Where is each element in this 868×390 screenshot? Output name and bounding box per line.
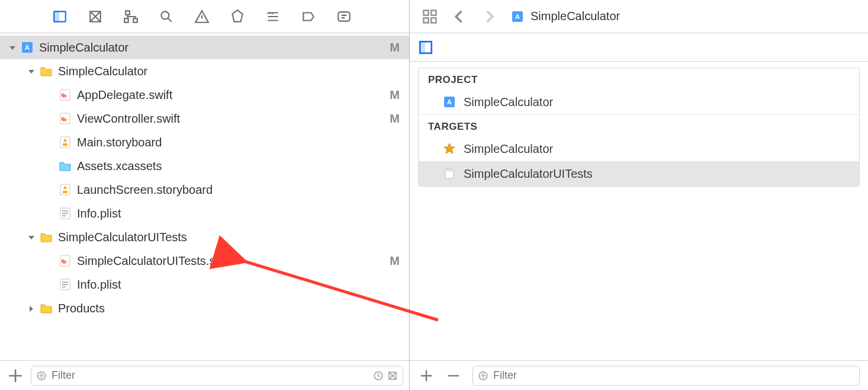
uitest-icon xyxy=(442,167,456,181)
tree-row-label: AppDelegate.swift xyxy=(77,88,385,102)
tree-row-label: Products xyxy=(58,302,400,315)
disclosure-triangle-icon[interactable] xyxy=(26,302,37,315)
targets-section-header: TARGETS xyxy=(419,115,859,136)
add-button[interactable] xyxy=(6,366,25,385)
svg-rect-7 xyxy=(338,12,350,21)
go-back-icon[interactable] xyxy=(451,8,468,25)
project-icon: A xyxy=(442,95,456,109)
breadcrumb-label: SimpleCalculator xyxy=(531,9,620,23)
folder-icon xyxy=(39,301,53,315)
svg-rect-35 xyxy=(445,169,454,171)
tree-row[interactable]: Products xyxy=(0,296,409,320)
debug-navigator-icon[interactable] xyxy=(264,8,282,25)
issue-navigator-icon[interactable] xyxy=(193,8,211,25)
svg-rect-17 xyxy=(63,191,67,193)
tree-row-label: Info.plist xyxy=(77,278,400,292)
project-icon: A xyxy=(510,9,525,24)
swift-icon xyxy=(58,254,72,268)
tree-row[interactable]: Info.plist xyxy=(0,273,409,296)
navigator-footer xyxy=(0,360,409,390)
swift-icon xyxy=(58,111,72,126)
breadcrumb[interactable]: A SimpleCalculator xyxy=(510,9,620,24)
jump-bar: A SimpleCalculator xyxy=(410,0,868,33)
target-item-label: SimpleCalculator xyxy=(464,142,553,156)
svg-text:A: A xyxy=(515,13,520,20)
folder-icon xyxy=(39,230,53,244)
filter-icon xyxy=(478,370,488,381)
svg-rect-12 xyxy=(60,137,70,148)
recent-filter-icon[interactable] xyxy=(373,370,384,381)
disclosure-triangle-icon[interactable] xyxy=(26,65,37,78)
project-navigator-panel: ASimpleCalculatorMSimpleCalculatorAppDel… xyxy=(0,0,410,390)
svg-rect-31 xyxy=(420,41,425,53)
svg-text:A: A xyxy=(447,98,452,106)
project-item-label: SimpleCalculator xyxy=(464,95,553,109)
project-section-header: PROJECT xyxy=(419,68,859,89)
project-item[interactable]: A SimpleCalculator xyxy=(419,89,859,114)
project-tree[interactable]: ASimpleCalculatorMSimpleCalculatorAppDel… xyxy=(0,33,409,360)
tree-row-label: Info.plist xyxy=(77,207,400,220)
plist-icon xyxy=(58,277,72,292)
svg-rect-1 xyxy=(54,11,59,21)
go-forward-icon[interactable] xyxy=(481,8,497,25)
tree-row[interactable]: Main.storyboard xyxy=(0,130,409,154)
targets-filter-field[interactable] xyxy=(472,366,860,386)
project-targets-outline: PROJECT A SimpleCalculator TARGETS Simpl… xyxy=(410,62,868,360)
svg-rect-5 xyxy=(133,18,137,23)
storyboard-icon xyxy=(58,135,72,149)
assets-icon xyxy=(58,159,72,173)
tree-row[interactable]: SimpleCalculator xyxy=(0,59,409,83)
tree-row[interactable]: ViewController.swiftM xyxy=(0,107,409,130)
swift-icon xyxy=(58,88,72,102)
tree-row-label: LaunchScreen.storyboard xyxy=(77,183,400,197)
disclosure-triangle-icon[interactable] xyxy=(7,41,18,55)
svg-point-16 xyxy=(64,187,67,190)
plist-icon xyxy=(58,206,72,220)
target-item[interactable]: SimpleCalculatorUITests xyxy=(419,161,859,186)
svg-rect-25 xyxy=(431,10,436,15)
navigator-selector-bar xyxy=(0,0,409,33)
filter-icon xyxy=(36,370,47,381)
find-navigator-icon[interactable] xyxy=(157,8,175,25)
add-target-button[interactable] xyxy=(418,367,435,384)
test-navigator-icon[interactable] xyxy=(229,8,246,25)
navigator-filter-field[interactable] xyxy=(31,366,403,386)
storyboard-icon xyxy=(58,183,72,197)
breakpoint-navigator-icon[interactable] xyxy=(300,8,317,25)
editor-subtoolbar xyxy=(410,33,868,62)
tree-row-label: Main.storyboard xyxy=(77,136,400,149)
tree-row-label: SimpleCalculatorUITests.swift xyxy=(77,254,385,268)
report-navigator-icon[interactable] xyxy=(335,8,353,25)
project-icon: A xyxy=(20,40,34,55)
svg-rect-3 xyxy=(126,11,130,15)
source-control-navigator-icon[interactable] xyxy=(86,8,104,25)
tree-row[interactable]: Assets.xcassets xyxy=(0,154,409,178)
folder-icon xyxy=(39,64,53,78)
tree-row[interactable]: ASimpleCalculatorM xyxy=(0,36,409,59)
tree-row[interactable]: SimpleCalculatorUITests.swiftM xyxy=(0,249,409,273)
svg-rect-15 xyxy=(60,184,70,195)
svg-rect-24 xyxy=(424,10,429,15)
remove-target-button[interactable] xyxy=(445,367,462,384)
editor-area: A SimpleCalculator PROJECT A SimpleCalcu… xyxy=(410,0,868,390)
scm-status-badge: M xyxy=(390,254,400,268)
disclosure-triangle-icon[interactable] xyxy=(26,231,37,244)
related-items-icon[interactable] xyxy=(422,8,438,25)
tree-row-label: SimpleCalculatorUITests xyxy=(58,231,400,244)
tree-row[interactable]: LaunchScreen.storyboard xyxy=(0,178,409,202)
targets-filter-input[interactable] xyxy=(493,369,854,382)
editor-footer xyxy=(410,360,868,390)
svg-text:A: A xyxy=(25,44,30,51)
tree-row-label: ViewController.swift xyxy=(77,112,385,126)
navigator-filter-input[interactable] xyxy=(52,369,368,382)
tree-row[interactable]: AppDelegate.swiftM xyxy=(0,83,409,107)
scm-status-badge: M xyxy=(390,112,400,126)
scm-filter-icon[interactable] xyxy=(387,370,398,381)
svg-rect-26 xyxy=(424,18,429,23)
target-item[interactable]: SimpleCalculator xyxy=(419,136,859,161)
symbol-navigator-icon[interactable] xyxy=(122,8,140,25)
document-outline-toggle-icon[interactable] xyxy=(418,40,433,55)
tree-row[interactable]: SimpleCalculatorUITests xyxy=(0,225,409,249)
tree-row[interactable]: Info.plist xyxy=(0,202,409,225)
project-navigator-icon[interactable] xyxy=(51,8,69,25)
